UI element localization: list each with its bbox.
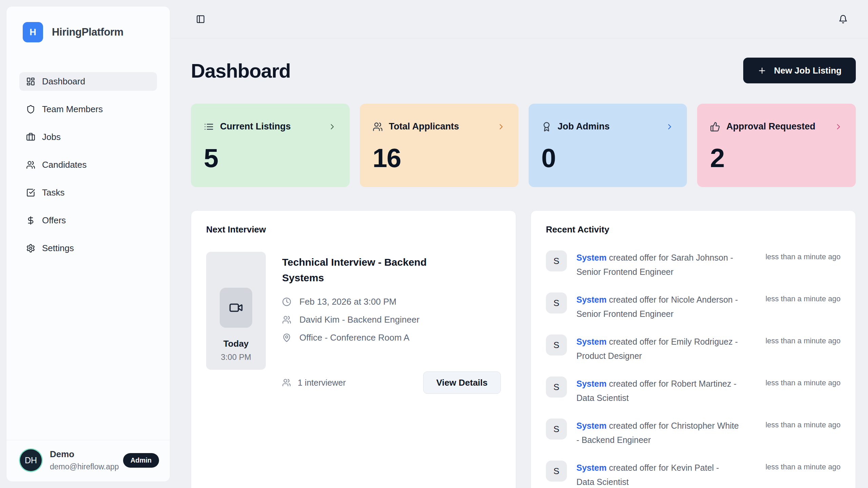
map-pin-icon <box>282 333 291 342</box>
activity-row: S System created offer for Emily Rodrigu… <box>546 334 841 363</box>
stat-label: Approval Requested <box>726 121 815 132</box>
sidebar-item-jobs[interactable]: Jobs <box>19 128 157 146</box>
sidebar-item-settings[interactable]: Settings <box>19 239 157 258</box>
activity-avatar: S <box>546 292 567 313</box>
sidebar-item-dashboard[interactable]: Dashboard <box>19 72 157 91</box>
interview-day-label: Today <box>223 339 249 349</box>
activity-avatar: S <box>546 334 567 355</box>
stat-value: 16 <box>373 143 506 174</box>
activity-row: S System created offer for Kevin Patel -… <box>546 461 841 488</box>
sidebar-item-team-members[interactable]: Team Members <box>19 100 157 119</box>
app-logo: H HiringPlatform <box>23 22 157 42</box>
interview-location-row: Office - Conference Room A <box>282 332 501 343</box>
activity-row: S System created offer for Robert Martin… <box>546 377 841 405</box>
clock-icon <box>282 297 291 306</box>
role-badge: Admin <box>123 453 159 468</box>
recent-activity-title: Recent Activity <box>546 224 841 235</box>
recent-activity-panel: Recent Activity S System created offer f… <box>531 210 856 488</box>
top-bar <box>171 0 868 38</box>
stat-value: 5 <box>204 143 337 174</box>
activity-actor: System <box>576 253 607 262</box>
chevron-right-icon <box>834 122 843 131</box>
stat-cards: Current Listings 5 Total Applicants 16 J… <box>191 104 856 187</box>
new-job-listing-button[interactable]: New Job Listing <box>743 58 856 83</box>
stat-card-approval-requested[interactable]: Approval Requested 2 <box>697 104 856 187</box>
activity-message: System created offer for Sarah Johnson -… <box>576 250 739 279</box>
activity-timestamp: less than a minute ago <box>766 292 841 303</box>
app-logo-icon: H <box>23 22 43 42</box>
video-icon <box>229 301 243 315</box>
sidebar-toggle-icon[interactable] <box>196 15 205 24</box>
activity-avatar: S <box>546 461 567 482</box>
activity-actor: System <box>576 421 607 430</box>
activity-message: System created offer for Nicole Anderson… <box>576 292 739 321</box>
activity-timestamp: less than a minute ago <box>766 250 841 261</box>
stat-card-total-applicants[interactable]: Total Applicants 16 <box>360 104 518 187</box>
activity-list: S System created offer for Sarah Johnson… <box>546 250 841 488</box>
activity-timestamp: less than a minute ago <box>766 461 841 471</box>
sidebar-item-tasks[interactable]: Tasks <box>19 183 157 202</box>
activity-timestamp: less than a minute ago <box>766 377 841 387</box>
gear-icon <box>26 244 35 253</box>
activity-row: S System created offer for Christopher W… <box>546 419 841 447</box>
users-icon <box>282 378 291 387</box>
dollar-icon <box>26 216 35 225</box>
video-icon-box <box>220 288 252 328</box>
activity-row: S System created offer for Sarah Johnson… <box>546 250 841 279</box>
stat-label: Total Applicants <box>389 121 459 132</box>
view-details-button[interactable]: View Details <box>423 371 501 394</box>
chevron-right-icon <box>665 122 674 131</box>
sidebar: H HiringPlatform Dashboard Team Members … <box>6 6 170 482</box>
activity-message: System created offer for Christopher Whi… <box>576 419 739 447</box>
stat-value: 0 <box>541 143 674 174</box>
stat-card-current-listings[interactable]: Current Listings 5 <box>191 104 350 187</box>
award-icon <box>541 122 552 132</box>
user-email: demo@hireflow.app <box>50 462 119 471</box>
activity-actor: System <box>576 295 607 304</box>
activity-avatar: S <box>546 250 567 271</box>
users-icon <box>373 122 383 132</box>
activity-row: S System created offer for Nicole Anders… <box>546 292 841 321</box>
interview-datetime: Feb 13, 2026 at 3:00 PM <box>299 297 396 307</box>
activity-actor: System <box>576 463 607 472</box>
interviewer-count: 1 interviewer <box>282 378 346 388</box>
users-icon <box>26 160 35 169</box>
sidebar-item-label: Dashboard <box>42 76 85 87</box>
bell-icon[interactable] <box>839 15 848 24</box>
page-title: Dashboard <box>191 59 291 82</box>
activity-timestamp: less than a minute ago <box>766 334 841 345</box>
activity-message: System created offer for Kevin Patel - D… <box>576 461 739 488</box>
sidebar-item-label: Settings <box>42 243 74 253</box>
activity-actor: System <box>576 379 607 388</box>
main-content: Dashboard New Job Listing Current Listin… <box>171 39 868 488</box>
sidebar-item-label: Team Members <box>42 104 103 115</box>
plus-icon <box>757 66 767 75</box>
sidebar-item-label: Offers <box>42 215 66 226</box>
interview-datetime-row: Feb 13, 2026 at 3:00 PM <box>282 297 501 307</box>
sidebar-item-candidates[interactable]: Candidates <box>19 156 157 174</box>
app-name: HiringPlatform <box>52 26 123 38</box>
next-interview-title: Next Interview <box>206 224 501 235</box>
activity-actor: System <box>576 337 607 346</box>
task-check-icon <box>26 188 35 197</box>
activity-avatar: S <box>546 377 567 398</box>
activity-message: System created offer for Robert Martinez… <box>576 377 739 405</box>
chevron-right-icon <box>328 122 337 131</box>
sidebar-nav: Dashboard Team Members Jobs Candidates T… <box>19 72 157 258</box>
stat-value: 2 <box>710 143 843 174</box>
interview-date-tile: Today 3:00 PM <box>206 252 266 370</box>
users-icon <box>282 315 291 324</box>
list-icon <box>204 122 214 132</box>
stat-card-job-admins[interactable]: Job Admins 0 <box>529 104 687 187</box>
sidebar-item-label: Tasks <box>42 187 64 198</box>
briefcase-icon <box>26 133 35 142</box>
stat-label: Job Admins <box>558 121 610 132</box>
sidebar-item-offers[interactable]: Offers <box>19 211 157 230</box>
sidebar-user-section[interactable]: DH Demo demo@hireflow.app Admin <box>6 440 170 482</box>
interview-candidate-row: David Kim - Backend Engineer <box>282 314 501 325</box>
user-name: Demo <box>50 449 119 460</box>
activity-timestamp: less than a minute ago <box>766 419 841 429</box>
activity-message: System created offer for Emily Rodriguez… <box>576 334 739 363</box>
thumbs-up-icon <box>710 122 720 132</box>
interview-candidate: David Kim - Backend Engineer <box>299 314 419 325</box>
